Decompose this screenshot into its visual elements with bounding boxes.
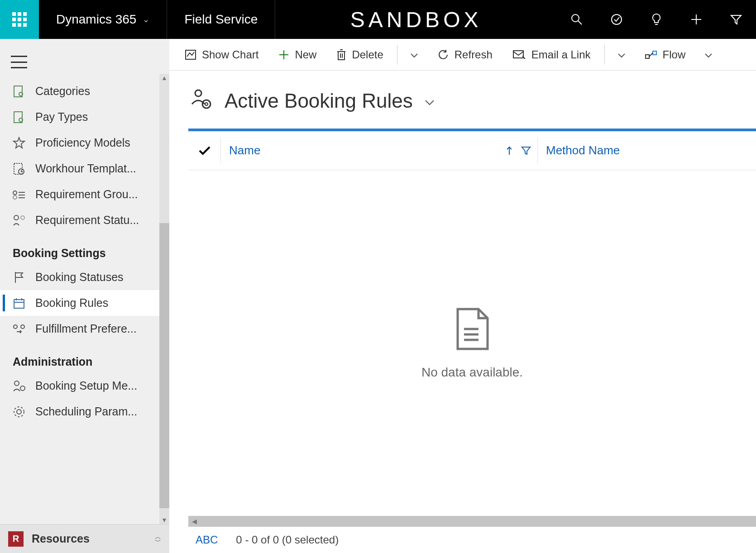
command-bar: Show Chart New Delete Refresh Email a Li…	[169, 39, 756, 71]
delete-dropdown[interactable]	[403, 45, 426, 65]
document-person-icon	[13, 85, 25, 98]
svg-rect-32	[186, 50, 196, 59]
alpha-filter[interactable]: ABC	[196, 534, 218, 546]
svg-marker-48	[522, 147, 530, 154]
calendar-icon	[13, 297, 25, 310]
nav-group-administration: Administration	[0, 342, 169, 373]
document-person-icon	[13, 111, 25, 124]
cmd-label: Flow	[663, 48, 686, 61]
nav-booking-statuses[interactable]: Booking Statuses	[0, 264, 169, 290]
svg-point-0	[572, 14, 579, 22]
flag-icon	[13, 271, 25, 284]
svg-rect-7	[14, 86, 22, 97]
cmd-label: Delete	[352, 48, 383, 61]
chevron-down-icon	[425, 100, 435, 106]
flow-dropdown[interactable]	[697, 45, 720, 65]
nav-label: Scheduling Param...	[35, 405, 137, 418]
separator	[397, 45, 397, 65]
data-grid: Name Method Name No data available.	[188, 129, 756, 516]
scroll-up-icon: ▲	[159, 74, 169, 82]
nav-fulfillment-preferences[interactable]: Fulfillment Prefere...	[0, 316, 169, 342]
nav-requirement-statuses[interactable]: Requirement Statu...	[0, 207, 169, 233]
area-name: Resources	[32, 532, 147, 545]
area-switcher[interactable]: R Resources ︿﹀	[0, 524, 169, 553]
filter-button[interactable]	[716, 0, 756, 39]
help-button[interactable]	[636, 0, 676, 39]
column-header-name[interactable]: Name	[221, 138, 538, 163]
task-button[interactable]	[597, 0, 636, 39]
module-name[interactable]: Field Service	[167, 0, 275, 39]
grid-footer: ABC 0 - 0 of 0 (0 selected)	[169, 527, 756, 553]
nav-label: Booking Setup Me...	[35, 379, 137, 392]
sidebar-scrollbar[interactable]: ▲ ▼	[159, 74, 169, 524]
global-actions	[557, 0, 756, 39]
nav-label: Workhour Templat...	[35, 162, 136, 175]
refresh-button[interactable]: Refresh	[429, 45, 501, 65]
column-label: Name	[229, 143, 260, 157]
product-switcher[interactable]: Dynamics 365 ⌄	[39, 0, 167, 39]
document-clock-icon	[13, 162, 25, 175]
nav-label: Pay Types	[35, 110, 88, 124]
star-icon	[13, 137, 25, 149]
filter-icon[interactable]	[521, 146, 531, 156]
new-button[interactable]: New	[270, 45, 325, 65]
person-gear-icon	[13, 380, 25, 392]
svg-rect-41	[646, 55, 649, 58]
nav-label: Booking Statuses	[35, 271, 124, 284]
sitemap-toggle[interactable]	[11, 56, 27, 68]
nav-requirement-groups[interactable]: Requirement Grou...	[0, 181, 169, 207]
svg-point-44	[195, 90, 201, 96]
svg-rect-42	[653, 51, 656, 55]
nav-pay-types[interactable]: Pay Types	[0, 104, 169, 130]
search-button[interactable]	[557, 0, 597, 39]
svg-line-1	[578, 21, 582, 24]
show-chart-button[interactable]: Show Chart	[177, 45, 267, 65]
svg-marker-11	[14, 138, 24, 148]
svg-point-15	[13, 195, 17, 199]
view-selector[interactable]	[425, 93, 435, 109]
chevron-down-icon	[617, 53, 626, 58]
nav-booking-rules[interactable]: Booking Rules	[0, 290, 169, 316]
nav-proficiency-models[interactable]: Proficiency Models	[0, 130, 169, 156]
nav-categories[interactable]: Categories	[0, 78, 169, 104]
add-button[interactable]	[676, 0, 716, 39]
svg-marker-6	[731, 15, 741, 24]
view-header: Active Booking Rules	[169, 71, 756, 129]
horizontal-scrollbar[interactable]: ◀	[188, 516, 756, 527]
separator	[604, 45, 605, 65]
grid-header-row: Name Method Name	[188, 131, 756, 170]
nav-group-booking-settings: Booking Settings	[0, 233, 169, 264]
email-link-button[interactable]: Email a Link	[504, 45, 599, 65]
nav-scheduling-parameters[interactable]: Scheduling Param...	[0, 399, 169, 424]
delete-button[interactable]: Delete	[328, 45, 391, 65]
scrollbar-thumb[interactable]	[159, 223, 169, 508]
nav-booking-setup-metadata[interactable]: Booking Setup Me...	[0, 373, 169, 399]
scroll-down-icon: ▼	[159, 516, 169, 524]
check-icon	[198, 146, 211, 156]
nav-list: Categories Pay Types Proficiency Models …	[0, 74, 169, 524]
app-launcher-button[interactable]	[0, 0, 39, 39]
waffle-icon	[12, 12, 27, 27]
select-all-checkbox[interactable]	[188, 138, 221, 163]
nav-workhour-templates[interactable]: Workhour Templat...	[0, 156, 169, 181]
svg-point-45	[202, 100, 211, 108]
column-header-method-name[interactable]: Method Name	[538, 138, 756, 163]
plus-icon	[690, 14, 702, 25]
paging-info: 0 - 0 of 0 (0 selected)	[236, 534, 339, 546]
sort-asc-icon[interactable]	[506, 146, 513, 156]
plus-icon	[278, 49, 289, 60]
chevron-down-icon	[410, 53, 418, 58]
email-dropdown[interactable]	[610, 45, 633, 65]
svg-point-30	[17, 410, 21, 414]
flow-button[interactable]: Flow	[636, 45, 694, 65]
column-label: Method Name	[546, 143, 620, 157]
svg-rect-40	[513, 51, 523, 58]
svg-point-28	[14, 381, 19, 386]
refresh-icon	[437, 49, 449, 61]
nav-label: Proficiency Models	[35, 136, 130, 149]
nav-label: Fulfillment Prefere...	[35, 322, 137, 335]
module-label: Field Service	[184, 12, 258, 27]
view-title: Active Booking Rules	[225, 90, 413, 112]
empty-state-text: No data available.	[421, 365, 523, 380]
svg-rect-22	[14, 300, 24, 308]
